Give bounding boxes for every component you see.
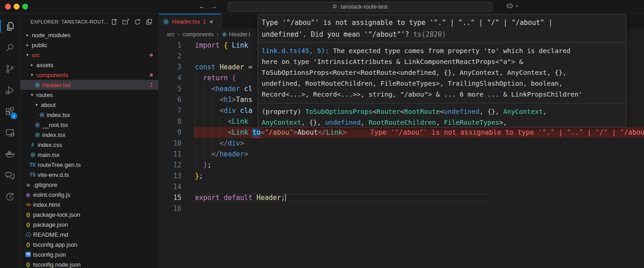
line-number: 16 <box>159 203 181 214</box>
line-number: 9 <box>159 127 181 138</box>
activity-run-debug[interactable] <box>0 79 20 101</box>
code-line-15[interactable]: 15export default Header; <box>159 192 644 203</box>
react-icon <box>34 82 40 88</box>
tree-item-tsconfig.node.json[interactable]: {}tsconfig.node.json <box>20 259 158 268</box>
react-icon <box>34 122 40 128</box>
line-number: 1 <box>159 40 181 51</box>
activity-search[interactable] <box>0 37 20 58</box>
chevron-right-icon: ▸ <box>24 43 31 47</box>
tree-item-eslint.config.js[interactable]: ◎eslint.config.js <box>20 190 158 200</box>
hover-section-trace: link.d.ts(45, 5): The expected type come… <box>258 43 626 103</box>
zoom-window-button[interactable] <box>22 4 28 10</box>
line-number: 4 <box>159 73 181 83</box>
activity-explorer[interactable] <box>0 15 20 37</box>
chevron-right-icon: ▸ <box>24 33 31 37</box>
tree-item-vite-env.d.ts[interactable]: TSvite-env.d.ts <box>20 170 158 180</box>
tree-item-src[interactable]: ▾src <box>20 50 158 60</box>
tree-item-index.tsx[interactable]: index.tsx <box>20 110 158 120</box>
react-file-icon <box>33 132 41 138</box>
activity-source-control[interactable] <box>0 58 20 79</box>
chevron-right-icon: ▸ <box>29 63 35 67</box>
code-line-13[interactable]: 13}; <box>159 171 644 181</box>
code-line-9[interactable]: 9 <Link to="/abou">About</Link>Type '"/a… <box>159 127 644 138</box>
history-back-button[interactable]: ← <box>199 2 205 10</box>
tree-item-readme.md[interactable]: iREADME.md <box>20 229 158 239</box>
close-window-button[interactable] <box>5 4 11 10</box>
breadcrumb-src[interactable]: src <box>167 31 175 38</box>
tab-label: Header.tsx <box>172 18 200 25</box>
breadcrumb-file[interactable]: Header.t <box>222 31 250 38</box>
tree-item-components[interactable]: ▾components <box>20 70 158 80</box>
history-forward-button[interactable]: → <box>210 2 217 10</box>
tree-item-label: assets <box>36 62 54 68</box>
tree-item-index.tsx[interactable]: index.tsx <box>20 130 158 140</box>
modified-dot-badge <box>150 54 153 57</box>
activity-docker[interactable] <box>0 143 20 165</box>
tree-item-label: routes <box>36 92 53 98</box>
code-line-16[interactable]: 16 <box>159 203 644 214</box>
tree-item-index.css[interactable]: #index.css <box>20 140 158 150</box>
history-clock-icon <box>5 191 15 202</box>
tree-item-package.json[interactable]: {}package.json <box>20 219 158 229</box>
eslint-file-icon: ◎ <box>24 192 32 197</box>
activity-chat[interactable] <box>0 165 20 186</box>
tree-item-header.tsx[interactable]: Header.tsx1 <box>20 80 158 90</box>
refresh-icon[interactable] <box>134 18 141 25</box>
search-icon <box>332 4 338 10</box>
tree-item-label: tsconfig.json <box>33 251 66 258</box>
json-file-icon: {} <box>24 222 32 227</box>
activity-extensions[interactable]: 2 <box>0 101 20 122</box>
line-number: 3 <box>159 62 181 73</box>
tree-item-routetree.gen.ts[interactable]: TSrouteTree.gen.ts <box>20 160 158 170</box>
tree-item-assets[interactable]: ▸assets <box>20 60 158 70</box>
minimize-window-button[interactable] <box>14 4 20 10</box>
tree-item-routes[interactable]: ▾routes <box>20 90 158 100</box>
tree-item-label: Header.tsx <box>42 82 70 88</box>
tree-item-about[interactable]: ▾about <box>20 100 158 110</box>
tree-item-label: src <box>32 52 39 58</box>
tree-item-tsconfig.json[interactable]: TStsconfig.json <box>20 249 158 259</box>
new-folder-icon[interactable] <box>122 18 129 25</box>
tree-item-__root.tsx[interactable]: __root.tsx <box>20 120 158 130</box>
tree-item-label: index.tsx <box>42 132 65 138</box>
debug-play-icon <box>5 85 15 96</box>
line-number: 11 <box>159 149 181 160</box>
vscode-window: { "titlebar": { "search_value": "tanstac… <box>0 0 644 268</box>
new-file-icon[interactable] <box>110 18 117 25</box>
tab-header-tsx[interactable]: Header.tsx 1 × <box>159 14 222 29</box>
ts-file-icon: TS <box>29 162 37 167</box>
tree-item-tsconfig.app.json[interactable]: {}tsconfig.app.json <box>20 239 158 249</box>
file-tree: ▸node_modules▸public▾src▸assets▾componen… <box>20 30 158 268</box>
breadcrumb-components[interactable]: components <box>183 31 214 38</box>
extensions-badge: 2 <box>10 112 17 119</box>
chevron-down-icon: ▾ <box>29 93 35 97</box>
docker-whale-icon <box>5 149 15 160</box>
chat-bubbles-icon <box>5 170 15 181</box>
explorer-sidebar: EXPLORER: TANSTACK-ROUT... ▸node_modules… <box>20 14 159 268</box>
error-source-link[interactable]: link.d.ts(45, 5): <box>262 47 329 54</box>
tree-item-public[interactable]: ▸public <box>20 40 158 50</box>
copilot-menu-button[interactable] <box>506 3 519 9</box>
code-line-12[interactable]: 12 ); <box>159 160 644 171</box>
tree-item-node_modules[interactable]: ▸node_modules <box>20 30 158 40</box>
activity-timeline[interactable] <box>0 186 20 207</box>
tree-item-.gitignore[interactable]: ◆.gitignore <box>20 180 158 190</box>
tab-close-icon[interactable]: × <box>210 18 213 25</box>
tree-item-label: index.css <box>38 141 62 148</box>
collapse-all-icon[interactable] <box>146 18 153 25</box>
command-center-search[interactable]: tanstack-route-test <box>228 2 493 12</box>
json-file-icon: {} <box>24 212 32 217</box>
code-line-14[interactable]: 14 <box>159 181 644 192</box>
code-line-11[interactable]: 11 </header> <box>159 149 644 160</box>
tab-error-count: 1 <box>203 19 206 25</box>
title-bar: ← → tanstack-route-test <box>0 0 644 14</box>
activity-remote-explorer[interactable] <box>0 122 20 143</box>
code-line-10[interactable]: 10 </div> <box>159 138 644 149</box>
tree-item-package-lock.json[interactable]: {}package-lock.json <box>20 210 158 219</box>
tree-item-main.tsx[interactable]: main.tsx <box>20 150 158 160</box>
readme-info-icon: i <box>24 232 32 237</box>
error-count-badge: 1 <box>150 82 153 88</box>
line-number: 10 <box>159 138 181 149</box>
chevron-down-icon: ▾ <box>33 102 40 107</box>
tree-item-index.html[interactable]: <>index.html <box>20 200 158 210</box>
